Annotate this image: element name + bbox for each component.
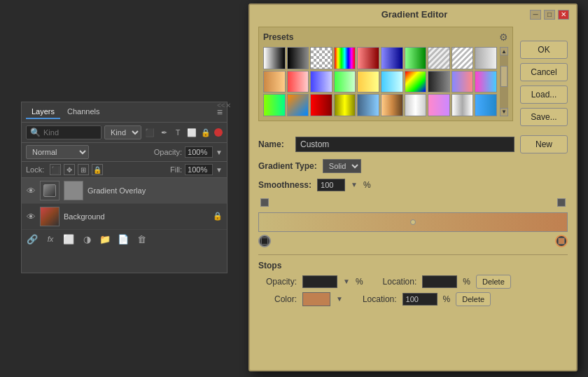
color-stop-left[interactable] xyxy=(258,235,271,247)
preset-item[interactable] xyxy=(287,47,309,69)
preset-item[interactable] xyxy=(451,94,474,116)
ok-button[interactable]: OK xyxy=(520,41,568,59)
preset-item[interactable] xyxy=(263,94,286,116)
opacity-stop-right[interactable] xyxy=(557,198,566,207)
blend-mode-select[interactable]: Normal xyxy=(26,145,89,159)
lock-row: Lock: ⬛ ✥ ⊞ 🔒 Fill: ▼ xyxy=(22,162,227,178)
lock-all-icon[interactable]: 🔒 xyxy=(92,164,103,175)
preset-item[interactable] xyxy=(310,94,332,116)
search-input[interactable] xyxy=(43,128,78,137)
preset-item[interactable] xyxy=(334,71,356,93)
scroll-up-arrow[interactable]: ▲ xyxy=(500,47,508,55)
folder-icon[interactable]: 📁 xyxy=(99,233,111,245)
gradient-bar[interactable] xyxy=(258,212,568,232)
titlebar-controls: ─ □ ✕ xyxy=(530,10,569,20)
preset-item[interactable] xyxy=(287,94,309,116)
color-delete-button[interactable]: Delete xyxy=(456,292,491,306)
visibility-icon-bg[interactable]: 👁 xyxy=(26,212,36,221)
preset-item[interactable] xyxy=(357,94,379,116)
smoothness-label: Smoothness: xyxy=(258,180,312,190)
stops-section: Stops Opacity: ▼ % Location: % Delete Co… xyxy=(258,254,568,306)
preset-item[interactable] xyxy=(451,71,474,93)
scroll-down-arrow[interactable]: ▼ xyxy=(500,108,508,116)
name-input[interactable] xyxy=(295,137,514,152)
dialog-body: Presets ⚙ xyxy=(250,22,576,315)
link-icon[interactable]: 🔗 xyxy=(26,233,38,245)
preset-item[interactable] xyxy=(381,47,403,69)
preset-item[interactable] xyxy=(263,71,286,93)
preset-item[interactable] xyxy=(475,94,497,116)
panel-resize-handle[interactable]: << xyxy=(217,102,225,109)
dialog-buttons-column: OK Cancel Load... Save... xyxy=(520,27,568,128)
preset-item[interactable] xyxy=(475,47,497,69)
preset-item[interactable] xyxy=(357,47,379,69)
color-location-input[interactable] xyxy=(402,293,438,306)
kind-select[interactable]: Kind xyxy=(104,125,141,139)
trash-icon[interactable]: 🗑 xyxy=(135,233,148,245)
scroll-track xyxy=(500,55,507,108)
preset-item[interactable] xyxy=(405,71,427,93)
preset-item[interactable] xyxy=(475,71,497,93)
adjustment-icon[interactable]: ◑ xyxy=(80,233,93,245)
opacity-stop-left[interactable] xyxy=(260,198,269,207)
filter-toggle[interactable] xyxy=(214,128,223,137)
preset-item[interactable] xyxy=(451,47,474,69)
pixel-filter-icon[interactable]: ⬛ xyxy=(144,127,155,138)
gradient-midpoint[interactable] xyxy=(410,219,416,225)
fill-input[interactable] xyxy=(185,164,213,175)
new-layer-icon[interactable]: 📄 xyxy=(117,233,130,245)
visibility-icon-gradient[interactable]: 👁 xyxy=(26,186,36,196)
gradient-type-select[interactable]: Solid xyxy=(323,159,361,173)
fill-arrow[interactable]: ▼ xyxy=(216,166,223,174)
presets-gear-icon[interactable]: ⚙ xyxy=(499,32,508,43)
layer-row[interactable]: 👁 Gradient Overlay xyxy=(22,178,227,204)
preset-item[interactable] xyxy=(405,94,427,116)
lock-position-icon[interactable]: ✥ xyxy=(64,164,75,175)
preset-item[interactable] xyxy=(428,71,450,93)
lock-artboard-icon[interactable]: ⊞ xyxy=(78,164,89,175)
preset-item[interactable] xyxy=(405,47,427,69)
fx-icon[interactable]: fx xyxy=(44,233,57,245)
layer-row-bg[interactable]: 👁 Background 🔒 xyxy=(22,204,227,230)
preset-item[interactable] xyxy=(334,47,356,69)
tab-layers[interactable]: Layers xyxy=(26,105,60,119)
opacity-input[interactable] xyxy=(185,146,213,158)
preset-item[interactable] xyxy=(310,71,332,93)
scroll-thumb[interactable] xyxy=(500,66,507,87)
save-button[interactable]: Save... xyxy=(520,108,568,126)
lock-pixels-icon[interactable]: ⬛ xyxy=(50,164,61,175)
preset-item[interactable] xyxy=(263,47,286,69)
preset-item[interactable] xyxy=(428,47,450,69)
opacity-stop-input[interactable] xyxy=(302,275,337,288)
smoothness-arrow[interactable]: ▼ xyxy=(351,181,358,188)
preset-item[interactable] xyxy=(428,94,450,116)
load-button[interactable]: Load... xyxy=(520,85,568,104)
tab-channels[interactable]: Channels xyxy=(62,105,105,119)
preset-item[interactable] xyxy=(310,47,332,69)
mask-icon[interactable]: ⬜ xyxy=(62,233,75,245)
name-label: Name: xyxy=(258,139,290,149)
preset-item[interactable] xyxy=(334,94,356,116)
preset-item[interactable] xyxy=(381,71,403,93)
new-button[interactable]: New xyxy=(520,135,568,153)
preset-item[interactable] xyxy=(357,71,379,93)
opacity-arrow[interactable]: ▼ xyxy=(216,149,223,156)
preset-item[interactable] xyxy=(381,94,403,116)
smoothness-input[interactable] xyxy=(317,179,345,191)
color-stop-right[interactable] xyxy=(555,235,568,247)
smart-filter-icon[interactable]: 🔒 xyxy=(200,127,211,138)
type-filter-icon[interactable]: T xyxy=(172,127,183,138)
adjustment-filter-icon[interactable]: ✒ xyxy=(158,127,169,138)
color-swatch[interactable] xyxy=(302,292,330,306)
opacity-location-input[interactable] xyxy=(422,275,457,288)
maximize-button[interactable]: □ xyxy=(544,10,555,20)
shape-filter-icon[interactable]: ⬜ xyxy=(186,127,197,138)
panel-close-btn[interactable]: ✕ xyxy=(225,102,231,109)
cancel-button[interactable]: Cancel xyxy=(520,63,568,81)
opacity-delete-button[interactable]: Delete xyxy=(476,275,511,289)
preset-item[interactable] xyxy=(287,71,309,93)
minimize-button[interactable]: ─ xyxy=(530,10,541,20)
color-swatch-arrow[interactable]: ▼ xyxy=(336,295,343,303)
close-button[interactable]: ✕ xyxy=(558,10,569,20)
opacity-stop-arrow[interactable]: ▼ xyxy=(343,277,350,285)
